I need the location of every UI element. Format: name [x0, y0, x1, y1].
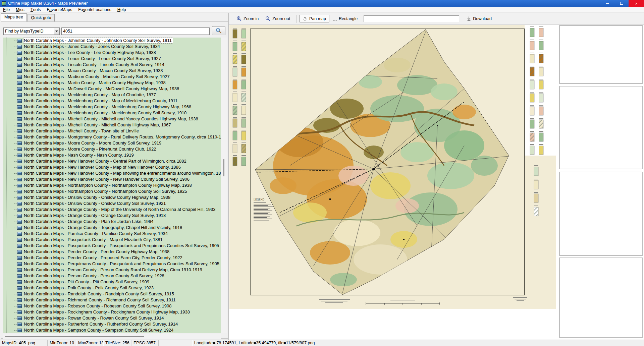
tree-item[interactable]: North Carolina Maps - Macon County - Mac… — [3, 68, 221, 74]
tree-item[interactable]: North Carolina Maps - Lee County - Lee C… — [3, 50, 221, 56]
map-viewport[interactable]: LEGEND — [229, 25, 556, 309]
zoom-in-button[interactable]: Zoom in — [233, 15, 262, 23]
map-item-icon — [17, 244, 22, 248]
search-input-value: 4051 — [63, 29, 72, 34]
tree-item[interactable]: North Carolina Maps - Johnston County - … — [3, 38, 221, 44]
tree-item[interactable]: North Carolina Maps - Nash County - Nash… — [3, 152, 221, 158]
menu-help[interactable]: Help — [114, 7, 129, 13]
minimize-button[interactable] — [600, 0, 614, 7]
tree-item[interactable]: North Carolina Maps - Orange County - Pl… — [3, 219, 221, 225]
search-input[interactable]: 4051 — [61, 27, 210, 35]
tree-item[interactable]: North Carolina Maps - Rowan County - Row… — [3, 315, 221, 321]
tree-item[interactable]: North Carolina Maps - New Hanover County… — [3, 158, 221, 164]
map-item-icon — [17, 154, 22, 157]
pan-map-label: Pan map — [309, 16, 326, 21]
status-cell: Longitude=-78.174591, Latitude=35.494779… — [192, 340, 644, 346]
close-button[interactable]: × — [629, 0, 644, 7]
dropdown-button[interactable] — [54, 28, 59, 35]
status-cell: MinZoom: 10 — [48, 340, 76, 346]
tree-item[interactable]: North Carolina Maps - Moore County - Moo… — [3, 140, 221, 146]
pan-map-button[interactable]: Pan map — [299, 15, 329, 22]
map-item-icon — [17, 268, 22, 272]
tree-item-label: North Carolina Maps - Orange County - Pl… — [23, 219, 155, 224]
tree-item[interactable]: North Carolina Maps - Northampton County… — [3, 188, 221, 194]
tree-item[interactable]: North Carolina Maps - Perquimans County … — [3, 261, 221, 267]
tree-item[interactable]: North Carolina Maps - Pasquotank County … — [3, 243, 221, 249]
tree-item[interactable]: North Carolina Maps - Martin County - Ma… — [3, 80, 221, 86]
tree-item[interactable]: North Carolina Maps - Lenoir County - Le… — [3, 56, 221, 62]
scrollbar-thumb[interactable] — [223, 159, 224, 176]
search-button[interactable] — [212, 26, 225, 35]
map-item-icon — [17, 262, 22, 266]
tree-item[interactable]: North Carolina Maps - Onslow County - On… — [3, 200, 221, 207]
tree-item[interactable]: North Carolina Maps - Randolph County - … — [3, 291, 221, 297]
tree-item[interactable]: North Carolina Maps - Onslow County - On… — [3, 194, 221, 200]
tree-item[interactable]: North Carolina Maps - Mecklenburg County… — [3, 92, 221, 98]
tree-item-label: North Carolina Maps - Lincoln County - L… — [23, 62, 165, 67]
tree-item[interactable]: North Carolina Maps - Pender County - Pe… — [3, 249, 221, 255]
tree-item[interactable]: North Carolina Maps - Lincoln County - L… — [3, 62, 221, 68]
tree-item[interactable]: North Carolina Maps - Sampson County - S… — [3, 327, 221, 333]
tab-maps-tree[interactable]: Maps tree — [1, 13, 27, 21]
map-image[interactable]: LEGEND — [229, 25, 556, 309]
coordinate-input[interactable] — [364, 15, 459, 22]
left-panel: Maps tree Quick goto Find by MapsTypeID … — [0, 13, 229, 340]
tree-item[interactable]: North Carolina Maps - Pender County - Pr… — [3, 255, 221, 261]
tree-item[interactable]: North Carolina Maps - New Hanover County… — [3, 164, 221, 170]
tree-item[interactable]: North Carolina Maps - Rockingham County … — [3, 309, 221, 315]
tree-item[interactable]: North Carolina Maps - Pasquotank County … — [3, 237, 221, 243]
status-cell — [159, 340, 192, 346]
tree-item[interactable]: North Carolina Maps - Person County - Pe… — [3, 267, 221, 273]
tree-vertical-scrollbar[interactable] — [221, 38, 227, 333]
menu-favoritemaps[interactable]: FavoriteMaps — [44, 7, 75, 13]
map-item-icon — [17, 280, 22, 284]
tree-item[interactable]: North Carolina Maps - Robeson County - R… — [3, 303, 221, 309]
tree-item[interactable]: North Carolina Maps - Jones County - Jon… — [3, 44, 221, 50]
tab-quick-goto[interactable]: Quick goto — [28, 14, 55, 21]
tree-item[interactable]: North Carolina Maps - Orange County - Ma… — [3, 207, 221, 213]
find-by-dropdown[interactable]: Find by MapsTypeID — [3, 27, 60, 35]
tree-item[interactable]: North Carolina Maps - Mitchell County - … — [3, 122, 221, 128]
tree-item[interactable]: North Carolina Maps - Northampton County… — [3, 182, 221, 188]
tree-item[interactable]: North Carolina Maps - Madison County - M… — [3, 74, 221, 80]
tree-item[interactable]: North Carolina Maps - New Hanover County… — [3, 170, 221, 176]
tree-item-label: North Carolina Maps - Pasquotank County … — [23, 237, 164, 242]
tree-item-label: North Carolina Maps - Person County - Pe… — [23, 273, 165, 279]
download-button[interactable]: Download — [463, 15, 495, 22]
tree-item[interactable]: North Carolina Maps - Richmond County - … — [3, 297, 221, 303]
tree-item[interactable]: North Carolina Maps - New Hanover County… — [3, 176, 221, 182]
tree-item-label: North Carolina Maps - Pasquotank County … — [23, 243, 220, 248]
tree-item[interactable]: North Carolina Maps - Mecklenburg County… — [3, 110, 221, 116]
tree-item[interactable]: North Carolina Maps - Moore County - Pin… — [3, 146, 221, 152]
tree-item-label: North Carolina Maps - Orange County - Or… — [23, 213, 167, 218]
zoom-out-button[interactable]: Zoom out — [262, 15, 293, 23]
tree-item-label: North Carolina Maps - Johnston County - … — [23, 38, 173, 43]
tree-item[interactable]: North Carolina Maps - Mitchell County - … — [3, 128, 221, 134]
tree-item[interactable]: North Carolina Maps - Pitt County - Pitt… — [3, 279, 221, 285]
tree-item[interactable]: North Carolina Maps - Mecklenburg County… — [3, 98, 221, 104]
tree-item-label: North Carolina Maps - Mitchell County - … — [23, 116, 199, 122]
tree-item[interactable]: North Carolina Maps - Orange County - To… — [3, 225, 221, 231]
menu-tools[interactable]: Tools — [28, 7, 44, 13]
maximize-button[interactable] — [614, 0, 629, 7]
scrollbar-thumb[interactable] — [5, 336, 144, 337]
tree-item[interactable]: North Carolina Maps - Polk County - Polk… — [3, 285, 221, 291]
tab-strip: Maps tree Quick goto — [1, 14, 55, 21]
tree-item[interactable]: North Carolina Maps - Orange County - Or… — [3, 213, 221, 219]
maps-tree-list: North Carolina Maps - Johnston County - … — [3, 38, 221, 333]
zoom-in-icon — [236, 16, 242, 21]
map-preview-area: Zoom in Zoom out Pan map Rectangle — [229, 13, 644, 340]
tree-item[interactable]: North Carolina Maps - Mecklenburg County… — [3, 104, 221, 110]
tree-item[interactable]: North Carolina Maps - Rutherford County … — [3, 321, 221, 327]
menu-file[interactable]: File — [0, 7, 13, 13]
tree-horizontal-scrollbar[interactable] — [3, 334, 221, 339]
menu-misc[interactable]: Misc — [13, 7, 28, 13]
tree-item[interactable]: North Carolina Maps - Person County - Pe… — [3, 273, 221, 279]
rectangle-button[interactable]: Rectangle — [329, 15, 361, 22]
menu-favoritelocations[interactable]: FavoriteLocations — [75, 7, 114, 13]
tree-item[interactable]: North Carolina Maps - McDowell County - … — [3, 86, 221, 92]
tree-item[interactable]: North Carolina Maps - Montgomery County … — [3, 134, 221, 140]
map-item-icon — [17, 220, 22, 224]
tree-item[interactable]: North Carolina Maps - Mitchell County - … — [3, 116, 221, 122]
tree-item[interactable]: North Carolina Maps - Pamlico County - P… — [3, 231, 221, 237]
